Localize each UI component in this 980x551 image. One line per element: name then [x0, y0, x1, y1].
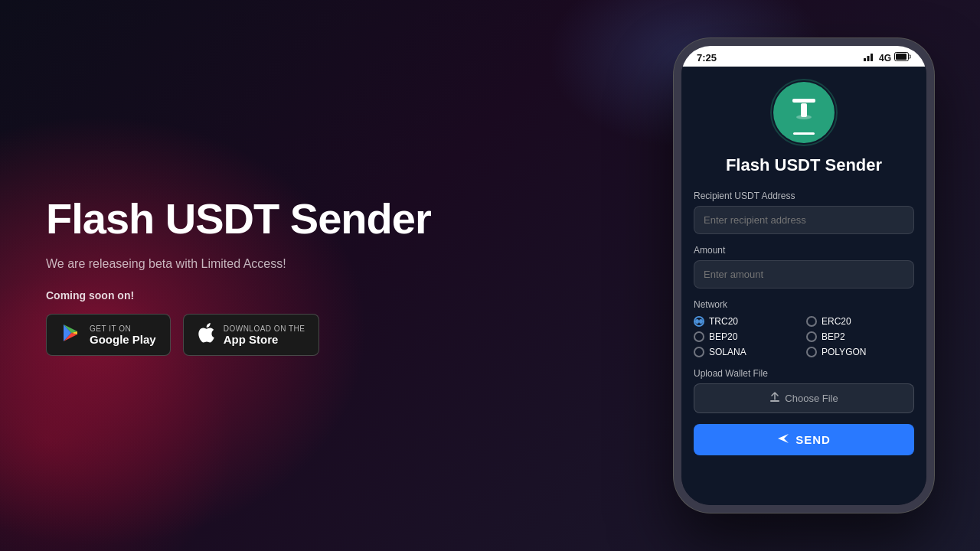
upload-label: Upload Wallet File [694, 368, 914, 379]
phone-mockup-wrapper: 7:25 4G [674, 38, 934, 513]
status-right: 4G [864, 52, 911, 64]
page-title: Flash USDT Sender [46, 195, 643, 243]
network-bep2-label: BEP2 [822, 331, 845, 342]
network-erc20-label: ERC20 [822, 316, 851, 327]
amount-group: Amount [694, 245, 914, 289]
network-grid: TRC20 ERC20 BEP20 BEP2 [694, 316, 914, 357]
choose-file-label: Choose File [785, 393, 838, 404]
network-bep20[interactable]: BEP20 [694, 331, 802, 342]
svg-rect-5 [896, 54, 906, 60]
radio-solana[interactable] [694, 347, 704, 357]
send-button[interactable]: SEND [694, 424, 914, 455]
upload-icon [769, 392, 780, 405]
app-store-large-text: App Store [224, 333, 305, 346]
amount-input[interactable] [694, 260, 914, 289]
amount-label: Amount [694, 245, 914, 256]
app-store-button[interactable]: Download on the App Store [183, 314, 320, 356]
radio-bep20[interactable] [694, 331, 704, 342]
left-panel: Flash USDT Sender We are releaseing beta… [46, 195, 674, 357]
apple-icon [198, 322, 216, 347]
svg-rect-3 [871, 54, 873, 61]
network-trc20-label: TRC20 [709, 316, 738, 327]
network-bep20-label: BEP20 [709, 331, 737, 342]
radio-trc20[interactable] [694, 316, 704, 327]
google-play-large-text: Google Play [90, 333, 156, 346]
network-erc20[interactable]: ERC20 [806, 316, 914, 327]
phone-notch [766, 46, 842, 64]
send-label: SEND [795, 433, 831, 446]
tether-logo [773, 82, 835, 143]
radio-bep2[interactable] [806, 331, 817, 342]
status-time: 7:25 [697, 52, 717, 64]
network-trc20[interactable]: TRC20 [694, 316, 802, 327]
radio-polygon[interactable] [806, 347, 817, 357]
app-screen: Flash USDT Sender Recipient USDT Address… [681, 67, 926, 513]
google-play-button[interactable]: GET IT ON Google Play [46, 314, 171, 356]
send-icon [777, 433, 789, 446]
tether-symbol [787, 93, 821, 133]
choose-file-button[interactable]: Choose File [694, 383, 914, 413]
coming-soon-label: Coming soon on! [46, 289, 643, 302]
svg-rect-1 [864, 58, 866, 61]
recipient-group: Recipient USDT Address [694, 191, 914, 234]
google-play-text: GET IT ON Google Play [90, 324, 156, 346]
app-store-small-text: Download on the [224, 324, 305, 333]
network-polygon[interactable]: POLYGON [806, 347, 914, 357]
battery-icon [894, 52, 911, 64]
network-label: Network [694, 299, 914, 310]
radio-erc20[interactable] [806, 316, 817, 327]
network-solana-label: SOLANA [709, 347, 746, 357]
network-signal [864, 52, 876, 64]
google-play-small-text: GET IT ON [90, 324, 156, 333]
app-store-text: Download on the App Store [224, 324, 305, 346]
network-polygon-label: POLYGON [822, 347, 866, 357]
network-bep2[interactable]: BEP2 [806, 331, 914, 342]
recipient-input[interactable] [694, 206, 914, 234]
app-screen-title: Flash USDT Sender [726, 155, 882, 175]
network-solana[interactable]: SOLANA [694, 347, 802, 357]
main-content: Flash USDT Sender We are releaseing beta… [0, 0, 980, 551]
svg-rect-2 [867, 56, 869, 61]
store-buttons-container: GET IT ON Google Play Download on the Ap… [46, 314, 643, 356]
network-type: 4G [879, 53, 891, 64]
recipient-label: Recipient USDT Address [694, 191, 914, 201]
svg-point-8 [796, 115, 812, 119]
google-play-icon [60, 322, 82, 347]
svg-rect-9 [770, 400, 779, 402]
phone-mockup: 7:25 4G [674, 38, 934, 513]
svg-rect-6 [792, 99, 815, 103]
subtitle-text: We are releaseing beta with Limited Acce… [46, 257, 643, 271]
